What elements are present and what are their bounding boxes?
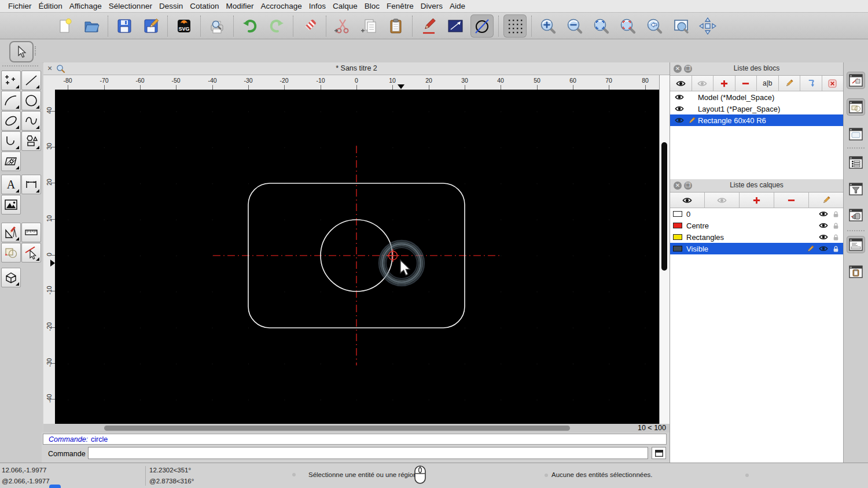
redo-button[interactable]: [265, 14, 288, 38]
pan-button[interactable]: [696, 14, 719, 38]
zoom-window-button[interactable]: [670, 14, 693, 38]
points-tool-button[interactable]: [1, 71, 21, 90]
menu-affichage[interactable]: Affichage: [69, 2, 102, 10]
save-as-button[interactable]: [139, 14, 163, 38]
delete-button[interactable]: [298, 14, 321, 38]
block-row-rectangle[interactable]: Rectangle 60x40 R6: [670, 114, 843, 126]
layer-row-centre[interactable]: Centre: [670, 220, 843, 231]
menu-fichier[interactable]: Fichier: [8, 2, 32, 10]
grid-toggle-button[interactable]: [503, 14, 527, 38]
block-row-model[interactable]: Model (*Model_Space): [670, 91, 843, 103]
add-layer-button[interactable]: [740, 193, 774, 208]
render-dock-button[interactable]: [847, 206, 865, 224]
command-input[interactable]: [88, 447, 648, 459]
remove-block-button[interactable]: [735, 76, 757, 91]
show-all-blocks-button[interactable]: [670, 76, 692, 91]
undo-button[interactable]: [238, 14, 262, 38]
arc-tool-button[interactable]: [1, 91, 21, 110]
block-editor-dock-button[interactable]: [847, 72, 865, 89]
image-tool-button[interactable]: [1, 195, 21, 215]
visibility-eye-icon[interactable]: [675, 104, 684, 113]
save-button[interactable]: [113, 14, 136, 38]
horizontal-scrollbar-thumb[interactable]: [104, 426, 570, 431]
visibility-eye-icon[interactable]: [819, 209, 828, 219]
polyline-tool-button[interactable]: [1, 131, 21, 151]
modify-tool-button[interactable]: [1, 223, 21, 242]
menu-selectionner[interactable]: Sélectionner: [109, 2, 152, 10]
menu-calque[interactable]: Calque: [333, 2, 358, 10]
command-options-button[interactable]: [652, 447, 666, 459]
command-dock-button[interactable]: [847, 236, 865, 253]
open-file-button[interactable]: [80, 14, 103, 38]
visibility-eye-icon[interactable]: [675, 116, 684, 125]
horizontal-scrollbar[interactable]: 10 < 100: [43, 424, 670, 432]
menu-modifier[interactable]: Modifier: [226, 2, 253, 10]
hatch-tool-button[interactable]: [1, 151, 21, 171]
menu-cotation[interactable]: Cotation: [190, 2, 219, 10]
visibility-eye-icon[interactable]: [819, 232, 828, 242]
block-row-layout1[interactable]: Layout1 (*Paper_Space): [670, 103, 843, 114]
menu-infos[interactable]: Infos: [309, 2, 326, 10]
list-dock-button[interactable]: [847, 154, 865, 171]
edit-block-button[interactable]: [779, 76, 801, 91]
menu-edition[interactable]: Édition: [39, 2, 62, 10]
vertical-scrollbar-thumb[interactable]: [661, 142, 667, 271]
visibility-eye-icon[interactable]: [819, 244, 828, 253]
filter-dock-button[interactable]: [847, 180, 865, 198]
circle-tool-button[interactable]: [21, 91, 41, 110]
draw-line-button[interactable]: [444, 14, 467, 38]
ellipse-tool-button[interactable]: [1, 111, 21, 131]
copy-button[interactable]: [358, 14, 381, 38]
lock-icon[interactable]: [832, 245, 840, 253]
menu-dessin[interactable]: Dessin: [159, 2, 183, 10]
show-all-layers-button[interactable]: [670, 193, 705, 208]
remove-layer-button[interactable]: [774, 193, 809, 208]
preview-dock-button[interactable]: [847, 125, 865, 143]
line-tool-button[interactable]: [21, 71, 41, 90]
order-tool-button[interactable]: [1, 243, 21, 263]
zoom-auto-button[interactable]: [590, 14, 613, 38]
dimension-tool-button[interactable]: [21, 175, 41, 194]
layer-row-rectangles[interactable]: Rectangles: [670, 231, 843, 243]
menu-fenetre[interactable]: Fenêtre: [387, 2, 414, 10]
visibility-eye-icon[interactable]: [675, 93, 684, 102]
polygon-tool-button[interactable]: [21, 131, 41, 151]
lock-icon[interactable]: [832, 210, 840, 218]
menu-accrochage[interactable]: Accrochage: [260, 2, 301, 10]
text-tool-button[interactable]: A: [1, 175, 21, 194]
insert-block-button[interactable]: [800, 76, 822, 91]
zoom-previous-button[interactable]: [643, 14, 666, 38]
zoom-out-button[interactable]: [563, 14, 586, 38]
svg-export-button[interactable]: SVG: [172, 14, 196, 38]
delete-block-button[interactable]: [822, 76, 844, 91]
cut-button[interactable]: [331, 14, 354, 38]
selection-tool-button[interactable]: [9, 41, 34, 62]
layer-row-0[interactable]: 0: [670, 208, 843, 220]
new-document-button[interactable]: [53, 14, 76, 38]
drawing-canvas[interactable]: [55, 90, 659, 424]
spline-tool-button[interactable]: [21, 111, 41, 131]
lock-icon[interactable]: [832, 222, 840, 230]
zoom-selection-button[interactable]: [616, 14, 639, 38]
measure-tool-button[interactable]: [21, 223, 41, 242]
edit-layer-button[interactable]: [809, 193, 843, 208]
draw-circle-button[interactable]: [470, 14, 494, 38]
box3d-tool-button[interactable]: [1, 268, 21, 287]
hide-all-blocks-button[interactable]: [692, 76, 714, 91]
hide-all-layers-button[interactable]: [705, 193, 740, 208]
paste-button[interactable]: [384, 14, 407, 38]
menu-bloc[interactable]: Bloc: [365, 2, 380, 10]
print-preview-button[interactable]: [205, 14, 229, 38]
layer-row-visible[interactable]: Visible: [670, 243, 843, 254]
add-block-button[interactable]: [713, 76, 735, 91]
rename-block-button[interactable]: a|b: [757, 76, 779, 91]
zoom-in-button[interactable]: [536, 14, 560, 38]
vertical-scrollbar[interactable]: [659, 75, 670, 424]
menu-aide[interactable]: Aide: [450, 2, 465, 10]
draw-pen-button[interactable]: [417, 14, 440, 38]
lock-icon[interactable]: [832, 234, 840, 241]
clipboard-dock-button[interactable]: [847, 263, 865, 280]
menu-divers[interactable]: Divers: [421, 2, 443, 10]
visibility-eye-icon[interactable]: [819, 221, 828, 230]
library-dock-button[interactable]: [847, 98, 865, 116]
